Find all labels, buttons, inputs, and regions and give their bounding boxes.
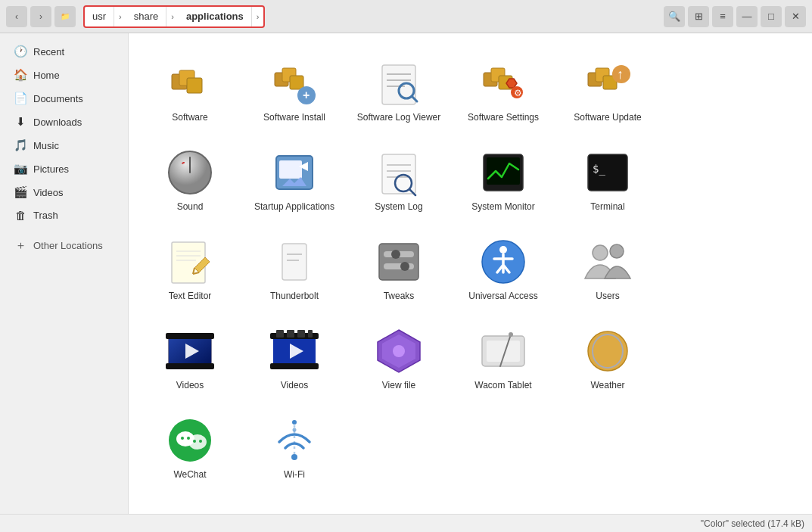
breadcrumb-applications[interactable]: applications — [179, 7, 252, 26]
svg-rect-49 — [379, 244, 418, 280]
other-icon: ＋ — [14, 238, 27, 253]
app-label-videos2: Videos — [281, 380, 308, 390]
sidebar-item-pictures[interactable]: 📷 Pictures — [3, 157, 125, 180]
svg-point-83 — [193, 440, 196, 443]
svg-rect-66 — [287, 330, 294, 338]
app-icon-software-settings[interactable]: ⚙Software Settings — [454, 45, 552, 129]
app-icon-users[interactable]: Users — [558, 224, 657, 307]
app-image-software-install: + — [270, 59, 319, 107]
app-icon-wechat[interactable]: WeChat — [141, 403, 239, 486]
sidebar-item-other[interactable]: ＋ Other Locations — [3, 234, 125, 257]
view-icons-button[interactable]: ⊞ — [688, 6, 709, 27]
app-image-software-update: ↑ — [583, 59, 632, 107]
app-icon-software-update[interactable]: ↑Software Update — [558, 45, 657, 129]
app-image-wechat — [166, 416, 214, 465]
maximize-button[interactable]: □ — [761, 6, 782, 27]
app-icon-wacom-tablet[interactable]: Wacom Tablet — [454, 313, 552, 397]
documents-icon: 📄 — [14, 92, 27, 105]
svg-rect-5 — [290, 76, 303, 89]
svg-point-76 — [588, 331, 627, 371]
search-button[interactable]: 🔍 — [664, 6, 685, 27]
sidebar-label-music: Music — [33, 140, 59, 151]
view-list-button[interactable]: ≡ — [712, 6, 733, 27]
app-label-tweaks: Tweaks — [384, 291, 415, 301]
music-icon: 🎵 — [14, 138, 27, 152]
app-icon-wifi[interactable]: Wi-Fi — [245, 403, 344, 486]
close-button[interactable]: ✕ — [785, 6, 806, 27]
breadcrumb-sep1: › — [114, 12, 126, 21]
app-icon-system-log[interactable]: System Log — [350, 135, 448, 218]
svg-rect-64 — [270, 363, 319, 369]
app-icon-thunderbolt[interactable]: Thunderbolt — [245, 224, 344, 307]
sidebar-label-downloads: Downloads — [33, 117, 82, 128]
breadcrumb-more[interactable]: › — [252, 12, 264, 21]
app-label-software-install: Software Install — [263, 112, 325, 123]
app-label-software-settings: Software Settings — [468, 112, 539, 123]
app-image-thunderbolt — [270, 238, 319, 286]
svg-text:$_: $_ — [593, 163, 605, 176]
app-icon-software[interactable]: Software — [141, 45, 239, 129]
app-label-users: Users — [596, 291, 619, 301]
app-label-software-log-viewer: Software Log Viewer — [357, 112, 441, 123]
app-icon-view-file[interactable]: View file — [350, 313, 448, 397]
svg-rect-68 — [308, 330, 313, 338]
app-icon-tweaks[interactable]: Tweaks — [350, 224, 448, 307]
sidebar-label-documents: Documents — [33, 93, 83, 104]
svg-point-56 — [593, 245, 608, 260]
status-text: "Color" selected (17.4 kB) — [701, 518, 804, 529]
sidebar-item-downloads[interactable]: ⬇ Downloads — [3, 110, 125, 133]
svg-text:↑: ↑ — [617, 67, 624, 82]
app-image-users — [583, 238, 632, 286]
app-icon-sound[interactable]: Sound — [141, 135, 239, 218]
svg-point-82 — [187, 437, 190, 440]
sidebar-label-other: Other Locations — [33, 240, 103, 251]
app-icon-startup-applications[interactable]: Startup Applications — [245, 135, 344, 218]
breadcrumb-share[interactable]: share — [126, 7, 167, 26]
svg-point-55 — [499, 246, 507, 254]
sidebar: 🕐 Recent 🏠 Home 📄 Documents ⬇ Downloads … — [0, 33, 129, 514]
app-icon-videos2[interactable]: Videos — [245, 313, 344, 397]
forward-button[interactable]: › — [30, 6, 51, 27]
sidebar-item-music[interactable]: 🎵 Music — [3, 134, 125, 157]
app-icon-software-install[interactable]: +Software Install — [245, 45, 344, 129]
home-icon: 🏠 — [14, 68, 27, 82]
app-image-tweaks — [375, 238, 423, 286]
statusbar: "Color" selected (17.4 kB) — [0, 514, 812, 532]
app-icon-terminal[interactable]: $_Terminal — [558, 135, 657, 218]
back-button[interactable]: ‹ — [6, 6, 27, 27]
sidebar-label-trash: Trash — [33, 210, 58, 221]
svg-text:⚙: ⚙ — [514, 88, 522, 98]
app-label-videos1: Videos — [176, 380, 204, 390]
app-icon-text-editor[interactable]: Text Editor — [141, 224, 239, 307]
breadcrumb-bar: usr › share › applications › — [83, 5, 265, 28]
main-layout: 🕐 Recent 🏠 Home 📄 Documents ⬇ Downloads … — [0, 33, 812, 514]
svg-point-71 — [393, 345, 405, 357]
app-icon-universal-access[interactable]: Universal Access — [454, 224, 552, 307]
breadcrumb-usr[interactable]: usr — [85, 7, 114, 26]
minimize-button[interactable]: — — [736, 6, 758, 27]
app-image-view-file — [375, 327, 423, 375]
app-icon-weather[interactable]: Weather — [558, 313, 657, 397]
sidebar-item-documents[interactable]: 📄 Documents — [3, 87, 125, 110]
app-image-software-settings: ⚙ — [479, 59, 527, 107]
app-icon-software-log-viewer[interactable]: Software Log Viewer — [350, 45, 448, 129]
svg-rect-46 — [282, 244, 306, 280]
sidebar-label-videos: Videos — [33, 187, 64, 198]
app-icon-system-monitor[interactable]: System Monitor — [454, 135, 552, 218]
app-image-videos1 — [166, 327, 214, 375]
sidebar-label-home: Home — [33, 70, 60, 81]
location-button[interactable]: 📁 — [54, 6, 76, 27]
sidebar-item-home[interactable]: 🏠 Home — [3, 64, 125, 86]
app-label-system-monitor: System Monitor — [471, 201, 534, 212]
sidebar-item-videos[interactable]: 🎬 Videos — [3, 181, 125, 204]
sidebar-item-trash[interactable]: 🗑 Trash — [3, 204, 125, 226]
app-image-terminal: $_ — [583, 148, 632, 197]
app-image-system-monitor — [479, 148, 527, 197]
content-area: Software+Software InstallSoftware Log Vi… — [129, 33, 812, 514]
app-label-system-log: System Log — [375, 201, 422, 212]
app-icon-videos1[interactable]: Videos — [141, 313, 239, 397]
app-image-universal-access — [479, 238, 527, 286]
app-label-wifi: Wi-Fi — [284, 469, 305, 480]
svg-rect-60 — [166, 333, 214, 339]
sidebar-item-recent[interactable]: 🕐 Recent — [3, 40, 125, 63]
